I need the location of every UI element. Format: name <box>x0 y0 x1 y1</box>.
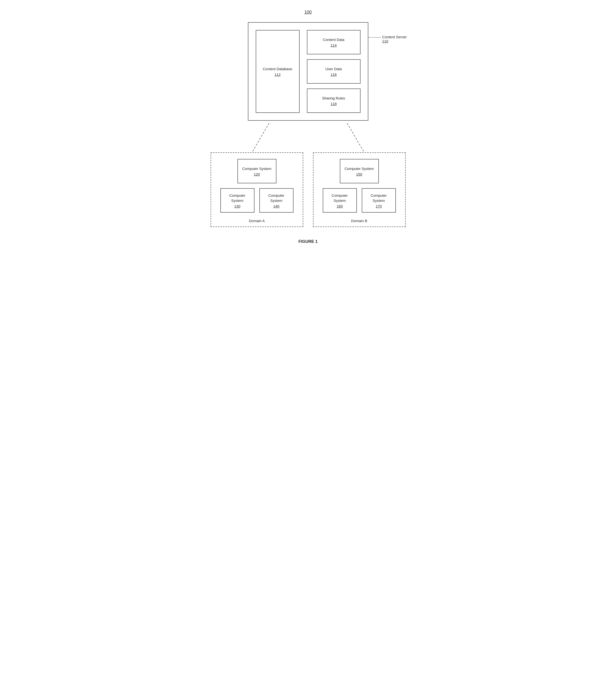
figure-top-number: 100 <box>304 10 311 15</box>
cs150-number: 150 <box>356 172 362 176</box>
domain-b-subsystems: Computer System 160 Computer System 170 <box>323 188 396 213</box>
domain-b-box: Computer System 150 Computer System 160 … <box>313 153 406 227</box>
content-database-title: Content Database <box>263 66 292 71</box>
user-data-title: User Data <box>325 66 342 71</box>
content-data-box: Content Data 114 <box>307 30 361 54</box>
sharing-rules-title: Sharing Rules <box>322 95 345 101</box>
computer-system-130-box: Computer System 130 <box>220 188 254 213</box>
cs130-title: Computer System <box>223 193 252 203</box>
domain-b-label: Domain B <box>351 219 367 223</box>
domain-a-subsystems: Computer System 130 Computer System 140 <box>220 188 294 213</box>
cs120-title: Computer System <box>242 166 271 171</box>
cs120-number: 120 <box>254 172 260 176</box>
content-server-label: Content Server 110 <box>382 35 407 43</box>
cs140-number: 140 <box>273 204 279 208</box>
user-data-number: 116 <box>331 72 337 77</box>
content-data-title: Content Data <box>323 37 344 42</box>
cs170-title: Computer System <box>365 193 393 203</box>
cs130-number: 130 <box>234 204 240 208</box>
sharing-rules-box: Sharing Rules 118 <box>307 89 361 113</box>
computer-system-160-box: Computer System 160 <box>323 188 357 213</box>
user-data-box: User Data 116 <box>307 59 361 84</box>
domain-a-box: Computer System 120 Computer System 130 … <box>211 153 303 227</box>
connector-svg <box>198 123 418 153</box>
cs170-number: 170 <box>376 204 382 208</box>
dashed-connector-lines <box>198 123 418 153</box>
cs160-number: 160 <box>337 204 343 208</box>
domains-row: Computer System 120 Computer System 130 … <box>198 153 418 227</box>
svg-line-0 <box>252 123 269 153</box>
computer-system-120-box: Computer System 120 <box>238 159 277 183</box>
cs160-title: Computer System <box>326 193 354 203</box>
domain-a-label: Domain A <box>249 219 265 223</box>
page: 100 Content Database 112 Content Data 11… <box>198 10 418 244</box>
computer-system-170-box: Computer System 170 <box>362 188 396 213</box>
computer-system-150-box: Computer System 150 <box>340 159 379 183</box>
content-database-box: Content Database 112 <box>256 30 299 113</box>
cs150-title: Computer System <box>345 166 374 171</box>
content-data-number: 114 <box>331 43 337 47</box>
content-server-wrapper: Content Database 112 Content Data 114 Us… <box>248 22 368 121</box>
figure-caption: FIGURE 1 <box>298 239 317 244</box>
right-column: Content Data 114 User Data 116 Sharing R… <box>307 30 361 113</box>
content-server-box: Content Database 112 Content Data 114 Us… <box>248 22 368 121</box>
computer-system-140-box: Computer System 140 <box>259 188 294 213</box>
sharing-rules-number: 118 <box>331 102 337 106</box>
content-database-number: 112 <box>274 72 281 77</box>
cs140-title: Computer System <box>262 193 291 203</box>
svg-line-1 <box>347 123 364 153</box>
